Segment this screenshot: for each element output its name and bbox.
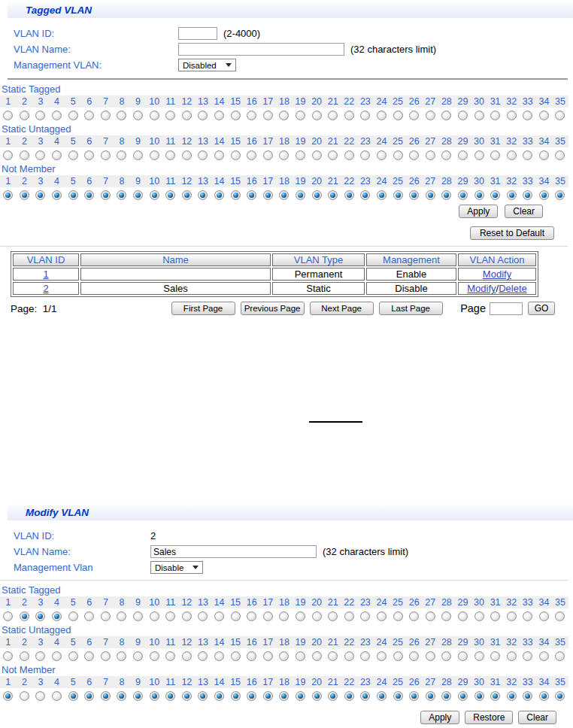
port-radio-static-untagged-26[interactable] [409, 150, 419, 160]
port-radio-static-untagged-6[interactable] [84, 150, 94, 160]
port-radio-static-tagged-19[interactable] [296, 611, 305, 621]
port-radio-not-member-24[interactable] [377, 190, 387, 200]
port-radio-static-untagged-4[interactable] [52, 150, 62, 160]
port-radio-static-untagged-27[interactable] [426, 651, 435, 661]
port-radio-not-member-29[interactable] [458, 190, 468, 200]
port-radio-static-tagged-4[interactable] [52, 611, 62, 621]
port-radio-not-member-12[interactable] [182, 691, 192, 701]
port-radio-static-untagged-22[interactable] [344, 150, 354, 160]
port-radio-static-tagged-12[interactable] [182, 111, 192, 120]
port-radio-static-untagged-8[interactable] [117, 651, 126, 661]
port-radio-static-tagged-9[interactable] [133, 611, 143, 621]
port-radio-static-untagged-10[interactable] [150, 651, 159, 661]
port-radio-not-member-13[interactable] [198, 691, 208, 701]
port-radio-not-member-3[interactable] [35, 691, 45, 701]
port-radio-static-tagged-5[interactable] [68, 611, 78, 621]
port-radio-static-untagged-4[interactable] [52, 651, 62, 661]
port-radio-static-tagged-27[interactable] [426, 611, 435, 621]
port-radio-static-tagged-5[interactable] [68, 111, 78, 120]
port-radio-static-untagged-11[interactable] [165, 651, 175, 661]
port-radio-static-untagged-19[interactable] [296, 150, 305, 160]
port-radio-static-untagged-1[interactable] [3, 651, 13, 661]
port-radio-not-member-29[interactable] [458, 691, 468, 701]
port-radio-not-member-11[interactable] [165, 691, 175, 701]
port-radio-static-untagged-1[interactable] [3, 150, 13, 160]
port-radio-static-tagged-24[interactable] [377, 611, 387, 621]
port-radio-static-untagged-5[interactable] [68, 150, 78, 160]
port-radio-static-untagged-3[interactable] [35, 651, 45, 661]
port-radio-static-tagged-13[interactable] [198, 111, 208, 120]
port-radio-static-tagged-6[interactable] [84, 611, 94, 621]
port-radio-static-untagged-14[interactable] [214, 651, 224, 661]
port-radio-static-tagged-7[interactable] [101, 611, 111, 621]
port-radio-not-member-26[interactable] [409, 691, 419, 701]
port-radio-static-tagged-21[interactable] [328, 111, 338, 120]
port-radio-not-member-8[interactable] [117, 691, 126, 701]
port-radio-static-untagged-27[interactable] [426, 150, 435, 160]
port-radio-not-member-14[interactable] [214, 190, 224, 200]
port-radio-not-member-27[interactable] [426, 691, 435, 701]
port-radio-not-member-4[interactable] [52, 190, 62, 200]
clear-button[interactable]: Clear [518, 711, 556, 724]
port-radio-static-tagged-17[interactable] [263, 611, 273, 621]
port-radio-not-member-21[interactable] [328, 691, 338, 701]
port-radio-static-tagged-16[interactable] [247, 111, 256, 120]
first-page-button[interactable]: First Page [171, 302, 235, 315]
port-radio-static-untagged-2[interactable] [20, 651, 29, 661]
port-radio-not-member-30[interactable] [474, 190, 484, 200]
port-radio-static-tagged-17[interactable] [263, 111, 273, 120]
port-radio-not-member-12[interactable] [182, 190, 192, 200]
port-radio-static-untagged-30[interactable] [474, 651, 484, 661]
port-radio-static-untagged-9[interactable] [133, 150, 143, 160]
port-radio-static-tagged-26[interactable] [409, 111, 419, 120]
port-radio-static-untagged-20[interactable] [312, 150, 322, 160]
port-radio-static-tagged-35[interactable] [555, 111, 565, 120]
port-radio-static-tagged-31[interactable] [490, 611, 500, 621]
port-radio-static-untagged-15[interactable] [231, 651, 241, 661]
port-radio-static-tagged-8[interactable] [117, 111, 126, 120]
port-radio-static-untagged-33[interactable] [523, 651, 532, 661]
next-page-button[interactable]: Next Page [310, 302, 374, 315]
port-radio-static-tagged-31[interactable] [490, 111, 500, 120]
management-vlan-select[interactable]: Disabled [178, 59, 236, 71]
port-radio-static-untagged-13[interactable] [198, 150, 208, 160]
port-radio-static-tagged-22[interactable] [344, 611, 354, 621]
port-radio-not-member-3[interactable] [35, 190, 45, 200]
port-radio-static-tagged-30[interactable] [474, 611, 484, 621]
apply-button[interactable]: Apply [459, 205, 498, 218]
vlan-id-link[interactable]: 1 [43, 268, 48, 280]
port-radio-static-untagged-29[interactable] [458, 150, 468, 160]
port-radio-static-untagged-11[interactable] [165, 150, 175, 160]
port-radio-static-untagged-30[interactable] [474, 150, 484, 160]
port-radio-static-untagged-35[interactable] [555, 651, 565, 661]
port-radio-static-tagged-23[interactable] [360, 111, 370, 120]
vlan-id-link[interactable]: 2 [43, 283, 48, 294]
port-radio-static-tagged-24[interactable] [377, 111, 387, 120]
port-radio-static-tagged-2[interactable] [20, 611, 29, 621]
port-radio-static-untagged-16[interactable] [247, 651, 256, 661]
modify-link[interactable]: Modify [467, 283, 496, 294]
port-radio-static-untagged-29[interactable] [458, 651, 468, 661]
restore-button[interactable]: Restore [465, 711, 513, 724]
port-radio-not-member-7[interactable] [101, 691, 111, 701]
port-radio-static-untagged-12[interactable] [182, 150, 192, 160]
port-radio-static-untagged-12[interactable] [182, 651, 192, 661]
port-radio-static-tagged-14[interactable] [214, 111, 224, 120]
port-radio-static-untagged-34[interactable] [539, 651, 549, 661]
port-radio-not-member-30[interactable] [474, 691, 484, 701]
port-radio-static-tagged-34[interactable] [539, 611, 549, 621]
port-radio-not-member-1[interactable] [3, 691, 13, 701]
port-radio-static-untagged-15[interactable] [231, 150, 241, 160]
port-radio-static-untagged-22[interactable] [344, 651, 354, 661]
port-radio-not-member-11[interactable] [165, 190, 175, 200]
port-radio-not-member-35[interactable] [555, 190, 565, 200]
port-radio-static-tagged-10[interactable] [150, 611, 159, 621]
port-radio-static-tagged-7[interactable] [101, 111, 111, 120]
port-radio-static-tagged-32[interactable] [507, 111, 517, 120]
port-radio-static-tagged-22[interactable] [344, 111, 354, 120]
port-radio-static-tagged-20[interactable] [312, 611, 322, 621]
port-radio-not-member-2[interactable] [20, 190, 29, 200]
port-radio-static-tagged-4[interactable] [52, 111, 62, 120]
port-radio-not-member-9[interactable] [133, 691, 143, 701]
port-radio-static-untagged-9[interactable] [133, 651, 143, 661]
